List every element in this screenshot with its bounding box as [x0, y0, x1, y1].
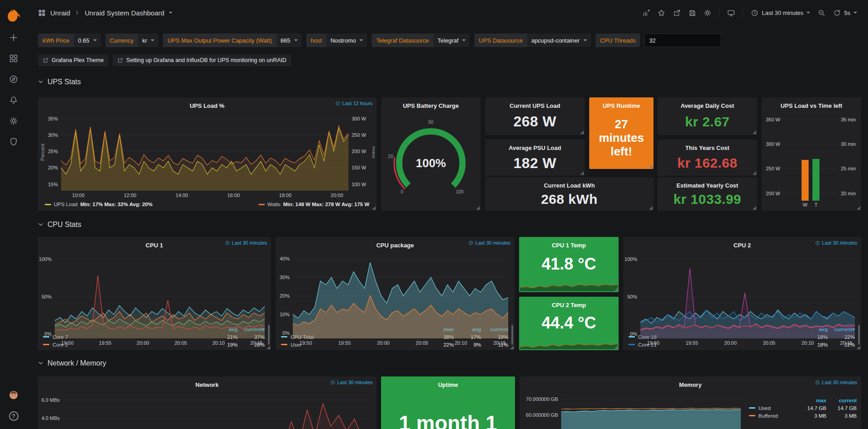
- cycle-view-icon[interactable]: [727, 9, 735, 17]
- panel-title[interactable]: UPS Load vs Time left: [762, 97, 861, 109]
- battery-gauge[interactable]: 02050100100%: [383, 110, 479, 209]
- variable-value-dropdown[interactable]: 0.65: [74, 34, 100, 47]
- network-chart[interactable]: 6.0 MBs4.0 MBs2.0 MBs: [39, 389, 375, 429]
- share-icon[interactable]: [673, 9, 681, 17]
- panel-title[interactable]: UPS Runtime: [589, 97, 653, 109]
- panel-title[interactable]: Network: [38, 376, 377, 388]
- panel-resize-handle[interactable]: [753, 171, 756, 175]
- svg-text:18:00: 18:00: [279, 193, 292, 198]
- svg-text:200 W: 200 W: [352, 149, 366, 154]
- panel-resize-handle[interactable]: [753, 206, 756, 210]
- caret-down-icon: [93, 39, 97, 41]
- svg-text:20%: 20%: [48, 165, 58, 170]
- legend-scrollbar[interactable]: [858, 325, 860, 345]
- section-cpu-stats[interactable]: CPU Stats: [38, 221, 81, 229]
- dashboards-icon[interactable]: [0, 48, 27, 69]
- variable-value-dropdown[interactable]: 865: [277, 34, 302, 47]
- time-range-picker[interactable]: Last 30 minutes: [751, 9, 810, 17]
- chart-legend[interactable]: UPS LoadMin: 17% Max: 32% Avg: 20%WattsM…: [39, 200, 375, 209]
- svg-text:0%: 0%: [44, 331, 52, 337]
- breadcrumb-app[interactable]: Unraid: [50, 9, 70, 17]
- ups-load-chart[interactable]: 35%30%25%20%15%300 W250 W200 W150 W100 W…: [39, 110, 375, 200]
- panel-resize-handle[interactable]: [510, 346, 514, 349]
- svg-text:20:10: 20:10: [455, 340, 467, 346]
- variable-currency[interactable]: Currency kr: [105, 34, 159, 47]
- cpu-package-chart[interactable]: 40%30%20%10%0%19:5019:5520:0020:0520:102…: [277, 250, 513, 324]
- server-admin-icon[interactable]: [0, 131, 27, 152]
- panel-cpu2-temp: CPU 2 Temp 44.4 °C: [519, 297, 619, 350]
- panel-title[interactable]: Average Daily Cost: [658, 97, 757, 109]
- star-icon[interactable]: [658, 9, 665, 17]
- panel-title[interactable]: UPS Battery Charge: [381, 97, 481, 109]
- panel-resize-handle[interactable]: [476, 206, 480, 210]
- svg-text:0%: 0%: [630, 331, 637, 337]
- panel-resize-handle[interactable]: [580, 130, 584, 134]
- panel-title[interactable]: CPU 1 Temp: [519, 237, 619, 249]
- alerting-icon[interactable]: [0, 90, 27, 111]
- section-network-memory[interactable]: Network / Memory: [38, 359, 106, 367]
- avatar[interactable]: [0, 385, 27, 405]
- save-icon[interactable]: [688, 9, 696, 17]
- panel-resize-handle[interactable]: [614, 346, 618, 349]
- help-icon[interactable]: ?: [0, 405, 27, 426]
- caret-down-icon: [151, 39, 154, 41]
- cpu-threads-input[interactable]: [644, 34, 721, 47]
- memory-chart[interactable]: 70.000000 GB60.000000 GB50.000000 GB: [521, 389, 745, 429]
- svg-text:10%: 10%: [280, 312, 290, 317]
- link-grafana-plex-theme[interactable]: Grafana Plex Theme: [38, 54, 108, 66]
- caret-down-icon[interactable]: [854, 12, 857, 14]
- cpu2-chart[interactable]: 100%50%0%19:5019:5520:0020:0520:1020:15: [625, 250, 859, 324]
- breadcrumb-dashboard[interactable]: Unraid System Dashboard: [85, 9, 164, 17]
- caret-down-icon[interactable]: [169, 12, 172, 14]
- panel-title[interactable]: Current Load kWh: [485, 177, 653, 189]
- panel-title[interactable]: Current UPS Load: [485, 97, 585, 109]
- variable-host[interactable]: host Nostromo: [306, 34, 367, 47]
- variable-value-dropdown[interactable]: apcupsd-container: [527, 34, 591, 47]
- panel-resize-handle[interactable]: [857, 346, 860, 349]
- panel-time-override: Last 30 minutes: [815, 380, 857, 385]
- panel-title[interactable]: Average PSU Load: [485, 140, 585, 151]
- panel-title[interactable]: UPS Load %: [38, 97, 377, 109]
- create-icon[interactable]: [0, 27, 27, 48]
- add-panel-icon[interactable]: [642, 9, 650, 17]
- panel-title[interactable]: Uptime: [381, 376, 515, 388]
- variable-kwh-price[interactable]: kWh Price 0.65: [38, 34, 101, 47]
- panel-resize-handle[interactable]: [267, 346, 270, 349]
- chevron-down-icon: [38, 79, 43, 85]
- panel-title[interactable]: Estimated Yearly Cost: [658, 177, 757, 189]
- panel-resize-handle[interactable]: [649, 164, 653, 168]
- variable-value-dropdown[interactable]: Telegraf: [434, 34, 470, 47]
- refresh-interval-dropdown[interactable]: 5s: [844, 10, 850, 16]
- panel-resize-handle[interactable]: [753, 130, 756, 134]
- panel-resize-handle[interactable]: [649, 206, 653, 210]
- link-ups-monitoring-guide[interactable]: Setting up Grafana and InfluxDB for UPS …: [113, 54, 291, 66]
- svg-text:14:00: 14:00: [176, 193, 188, 198]
- chart-legend[interactable]: maxcurrentUsed14.7 GB14.7 GBBuffered3 MB…: [745, 395, 859, 429]
- panel-title[interactable]: CPU 2 Temp: [519, 297, 619, 308]
- variable-telegraf-datasource[interactable]: Telegraf Datasource Telegraf: [372, 34, 470, 47]
- panel-resize-handle[interactable]: [614, 288, 618, 291]
- configuration-icon[interactable]: [0, 111, 27, 131]
- clock-icon: [330, 380, 335, 385]
- refresh-icon[interactable]: [833, 9, 841, 17]
- panel-title[interactable]: This Years Cost: [658, 140, 757, 151]
- panel-resize-handle[interactable]: [857, 206, 860, 210]
- ups-vs-time-bar-chart[interactable]: 350 W300 W250 W200 W35 min30 min25 min20…: [763, 110, 859, 209]
- panel-title[interactable]: Memory: [520, 376, 861, 388]
- singlestat-value: kr 162.68: [658, 150, 757, 176]
- variable-value-dropdown[interactable]: kr: [138, 34, 158, 47]
- singlestat-value: 268 kWh: [485, 188, 653, 211]
- explore-icon[interactable]: [0, 69, 27, 90]
- section-ups-stats[interactable]: UPS Stats: [38, 78, 81, 86]
- dashboard-settings-icon[interactable]: [704, 9, 711, 17]
- variable-ups-datasource[interactable]: UPS Datasource apcupsd-container: [474, 34, 591, 47]
- cpu1-chart[interactable]: 100%50%0%19:5019:5520:0020:0520:1020:15: [39, 250, 269, 324]
- variable-value-dropdown[interactable]: Nostromo: [326, 34, 367, 47]
- zoom-out-icon[interactable]: [818, 9, 825, 17]
- grafana-logo[interactable]: [0, 4, 27, 27]
- variable-ups-max-output[interactable]: UPS Max Output Power Capacity (Watt) 865: [163, 34, 301, 47]
- legend-scrollbar[interactable]: [511, 325, 513, 345]
- panel-resize-handle[interactable]: [372, 206, 376, 210]
- panel-resize-handle[interactable]: [580, 171, 584, 175]
- legend-scrollbar[interactable]: [268, 325, 270, 345]
